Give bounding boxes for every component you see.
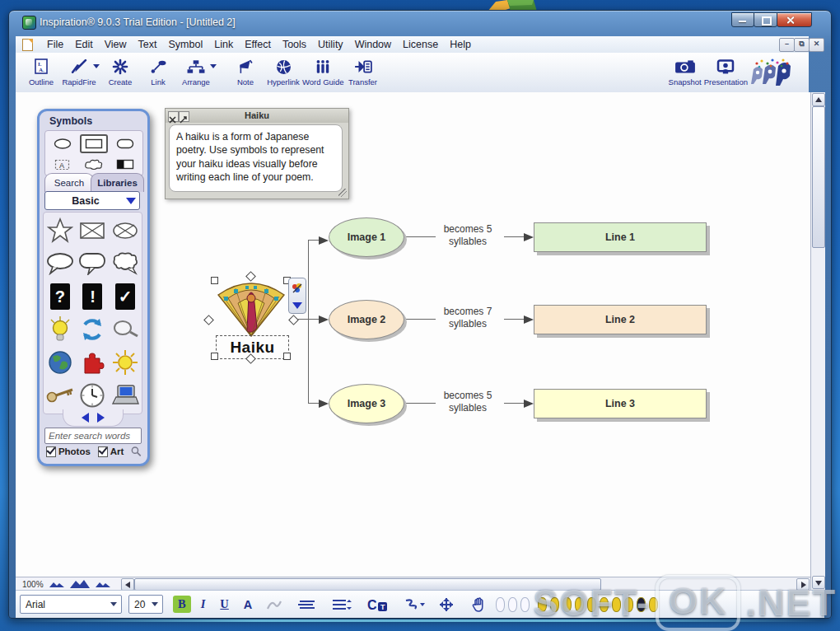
format-fill-button[interactable]: [113, 157, 138, 172]
menu-help[interactable]: Help: [444, 37, 477, 52]
symbol-puzzle-icon[interactable]: [77, 347, 107, 378]
symbol-magnifier-icon[interactable]: [110, 314, 140, 345]
mdi-close-button[interactable]: ✕: [809, 38, 824, 52]
link-label[interactable]: becomes 5syllables: [430, 223, 506, 248]
node-line-2[interactable]: Line 2: [534, 305, 707, 334]
symbol-exclamation-tile[interactable]: !: [77, 281, 107, 312]
pan-hand-icon[interactable]: [471, 596, 488, 613]
node-image-1[interactable]: Image 1: [329, 217, 404, 257]
search-icon[interactable]: [131, 446, 142, 457]
menu-text[interactable]: Text: [133, 37, 163, 52]
link-label[interactable]: becomes 5syllables: [430, 390, 506, 414]
mdi-restore-button[interactable]: ⧉: [794, 38, 810, 52]
format-ellipse-button[interactable]: [50, 136, 75, 152]
symbol-search-input[interactable]: [44, 428, 142, 444]
menu-file[interactable]: File: [41, 37, 69, 52]
symbol-speech-bubble-cloud-icon[interactable]: [110, 248, 140, 279]
scroll-left-button[interactable]: [121, 578, 134, 591]
library-select[interactable]: Basic: [44, 191, 140, 210]
tab-search[interactable]: Search: [44, 173, 94, 192]
symbol-sun-icon[interactable]: [110, 347, 140, 378]
underline-button[interactable]: U: [215, 596, 233, 613]
horizontal-scroll-thumb[interactable]: [134, 578, 601, 591]
rapidfire-button[interactable]: RapidFire: [60, 58, 98, 86]
create-button[interactable]: Create: [101, 58, 139, 86]
position-arrows-icon[interactable]: [437, 596, 455, 613]
close-button[interactable]: [777, 12, 812, 27]
note-button[interactable]: Note: [226, 58, 264, 86]
note-window[interactable]: Haiku A haiku is a form of Japanese poet…: [165, 108, 349, 199]
symbol-crossed-ellipse-icon[interactable]: [110, 215, 140, 246]
format-rectangle-button[interactable]: [80, 134, 108, 153]
menu-effect[interactable]: Effect: [239, 37, 277, 52]
hyperlink-button[interactable]: Hyperlink: [264, 58, 302, 86]
menu-window[interactable]: Window: [349, 37, 397, 52]
menu-tools[interactable]: Tools: [277, 37, 312, 52]
node-haiku-fan-image[interactable]: [212, 277, 290, 338]
symbol-check-tile[interactable]: ✓: [110, 281, 140, 312]
vertical-scrollbar[interactable]: [810, 92, 825, 590]
italic-button[interactable]: I: [196, 596, 211, 613]
snapshot-button[interactable]: Snapshot: [666, 58, 704, 86]
vertical-scroll-thumb[interactable]: [812, 106, 825, 248]
line-spacing-icon[interactable]: [331, 599, 352, 610]
zoom-fit-icon[interactable]: [69, 579, 91, 589]
symbol-globe-icon[interactable]: [45, 347, 75, 378]
minimize-button[interactable]: [731, 12, 754, 27]
scroll-right-button[interactable]: [796, 578, 810, 591]
format-rounded-rect-button[interactable]: [113, 136, 138, 152]
arrange-dropdown-icon[interactable]: [210, 64, 217, 68]
note-resize-button[interactable]: [179, 111, 189, 122]
node-image-3[interactable]: Image 3: [329, 384, 404, 423]
photos-checkbox[interactable]: [46, 446, 56, 457]
link-button[interactable]: Link: [139, 58, 177, 86]
symbol-key-icon[interactable]: [45, 380, 75, 411]
link-style-dropdown-icon[interactable]: [420, 603, 425, 606]
link-style-icon[interactable]: [404, 598, 418, 611]
menu-utility[interactable]: Utility: [312, 37, 349, 52]
symbol-lightbulb-icon[interactable]: [45, 314, 75, 345]
tab-libraries[interactable]: Libraries: [91, 173, 144, 192]
style-dropdown-icon[interactable]: [292, 302, 302, 309]
symbol-speech-bubble-round-icon[interactable]: [77, 248, 107, 279]
menu-link[interactable]: Link: [208, 37, 239, 52]
style-brush-icon[interactable]: [292, 283, 303, 294]
prev-symbols-icon[interactable]: [82, 413, 89, 423]
selection-handle[interactable]: [283, 353, 291, 360]
note-text[interactable]: A haiku is a form of Japanese poetry. Us…: [169, 124, 343, 192]
menu-symbol[interactable]: Symbol: [163, 37, 209, 52]
symbol-crossed-box-icon[interactable]: [77, 215, 107, 246]
zoom-out-icon[interactable]: [49, 580, 65, 588]
selection-handle[interactable]: [211, 277, 218, 284]
scroll-down-button[interactable]: [812, 576, 825, 589]
align-lines-icon[interactable]: [296, 599, 316, 610]
symbol-star-icon[interactable]: [45, 215, 75, 246]
change-case-icon[interactable]: CT: [367, 597, 389, 612]
horizontal-scrollbar[interactable]: [120, 577, 810, 591]
scroll-up-button[interactable]: [812, 93, 825, 106]
mdi-minimize-button[interactable]: –: [779, 38, 795, 52]
note-resize-grip-icon[interactable]: [338, 189, 347, 197]
link-label[interactable]: becomes 7syllables: [430, 306, 506, 330]
selection-handle[interactable]: [211, 353, 218, 360]
menu-license[interactable]: License: [397, 37, 444, 52]
bold-button[interactable]: B: [173, 596, 191, 613]
zoom-in-icon[interactable]: [95, 580, 111, 588]
symbol-recycle-icon[interactable]: [77, 314, 107, 345]
font-size-select[interactable]: 20: [128, 595, 163, 614]
symbol-laptop-icon[interactable]: [110, 380, 140, 411]
symbol-question-tile[interactable]: ?: [45, 281, 75, 312]
outline-button[interactable]: I.A. Outline: [22, 58, 60, 86]
note-close-button[interactable]: [168, 111, 179, 122]
rapidfire-dropdown-icon[interactable]: [93, 64, 100, 68]
presentation-button[interactable]: Presentation: [704, 58, 748, 86]
node-line-3[interactable]: Line 3: [534, 389, 707, 418]
word-guide-button[interactable]: Word Guide: [302, 58, 344, 86]
art-checkbox[interactable]: [98, 446, 108, 457]
font-color-button[interactable]: A: [239, 596, 257, 613]
node-line-1[interactable]: Line 1: [534, 222, 707, 252]
menu-edit[interactable]: Edit: [69, 37, 99, 52]
symbol-clock-icon[interactable]: [77, 380, 107, 411]
maximize-button[interactable]: [754, 12, 777, 27]
node-image-2[interactable]: Image 2: [329, 300, 404, 339]
